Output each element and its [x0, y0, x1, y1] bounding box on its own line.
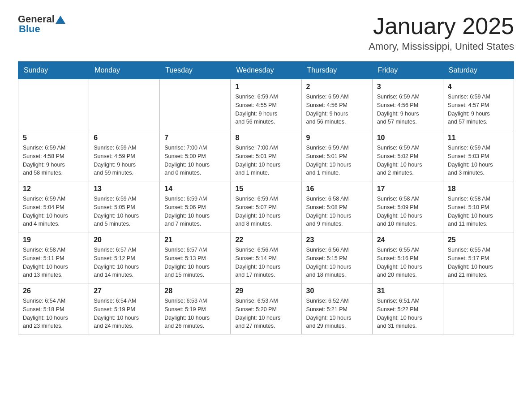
day-info: Sunrise: 6:59 AM Sunset: 4:59 PM Dayligh… [94, 144, 155, 177]
day-info: Sunrise: 6:58 AM Sunset: 5:11 PM Dayligh… [23, 246, 84, 279]
calendar-header-friday: Friday [372, 62, 443, 79]
day-info: Sunrise: 6:56 AM Sunset: 5:15 PM Dayligh… [306, 246, 368, 279]
day-number: 27 [94, 287, 155, 295]
calendar-cell: 1Sunrise: 6:59 AM Sunset: 4:55 PM Daylig… [231, 79, 301, 130]
calendar-cell: 6Sunrise: 6:59 AM Sunset: 4:59 PM Daylig… [89, 130, 160, 181]
calendar-cell: 4Sunrise: 6:59 AM Sunset: 4:57 PM Daylig… [443, 79, 514, 130]
calendar-cell [89, 79, 160, 130]
day-number: 19 [23, 236, 84, 244]
calendar-header-row: SundayMondayTuesdayWednesdayThursdayFrid… [18, 62, 514, 79]
day-number: 6 [94, 134, 155, 142]
day-number: 25 [448, 236, 509, 244]
location-subtitle: Amory, Mississippi, United States [369, 41, 514, 52]
calendar-cell [18, 79, 89, 130]
day-number: 14 [164, 185, 226, 193]
day-info: Sunrise: 6:59 AM Sunset: 5:07 PM Dayligh… [235, 195, 296, 228]
title-block: January 2025 Amory, Mississippi, United … [369, 13, 514, 52]
day-info: Sunrise: 6:59 AM Sunset: 4:56 PM Dayligh… [306, 93, 368, 126]
calendar-week-row: 19Sunrise: 6:58 AM Sunset: 5:11 PM Dayli… [18, 232, 514, 283]
calendar-table: SundayMondayTuesdayWednesdayThursdayFrid… [18, 61, 514, 334]
calendar-cell [443, 283, 514, 334]
calendar-header-sunday: Sunday [18, 62, 89, 79]
logo: General Blue [18, 13, 65, 35]
calendar-cell: 18Sunrise: 6:58 AM Sunset: 5:10 PM Dayli… [443, 181, 514, 232]
day-info: Sunrise: 6:58 AM Sunset: 5:10 PM Dayligh… [448, 195, 509, 228]
day-number: 20 [94, 236, 155, 244]
calendar-cell: 22Sunrise: 6:56 AM Sunset: 5:14 PM Dayli… [231, 232, 301, 283]
day-info: Sunrise: 6:57 AM Sunset: 5:13 PM Dayligh… [164, 246, 226, 279]
calendar-cell: 8Sunrise: 7:00 AM Sunset: 5:01 PM Daylig… [231, 130, 301, 181]
day-info: Sunrise: 6:59 AM Sunset: 5:04 PM Dayligh… [23, 195, 84, 228]
day-info: Sunrise: 6:58 AM Sunset: 5:08 PM Dayligh… [306, 195, 368, 228]
calendar-cell: 16Sunrise: 6:58 AM Sunset: 5:08 PM Dayli… [301, 181, 372, 232]
month-title: January 2025 [369, 13, 514, 39]
calendar-cell: 12Sunrise: 6:59 AM Sunset: 5:04 PM Dayli… [18, 181, 89, 232]
day-info: Sunrise: 6:55 AM Sunset: 5:17 PM Dayligh… [448, 246, 509, 279]
day-info: Sunrise: 6:59 AM Sunset: 4:55 PM Dayligh… [235, 93, 296, 126]
day-number: 1 [235, 83, 296, 91]
day-info: Sunrise: 6:51 AM Sunset: 5:22 PM Dayligh… [377, 297, 438, 330]
calendar-header-saturday: Saturday [443, 62, 514, 79]
calendar-cell: 26Sunrise: 6:54 AM Sunset: 5:18 PM Dayli… [18, 283, 89, 334]
day-info: Sunrise: 7:00 AM Sunset: 5:00 PM Dayligh… [164, 144, 226, 177]
calendar-header-tuesday: Tuesday [160, 62, 231, 79]
day-info: Sunrise: 6:59 AM Sunset: 5:05 PM Dayligh… [94, 195, 155, 228]
day-number: 26 [23, 287, 84, 295]
day-number: 23 [306, 236, 368, 244]
logo-blue-text: Blue [19, 23, 40, 35]
day-number: 5 [23, 134, 84, 142]
day-info: Sunrise: 6:58 AM Sunset: 5:09 PM Dayligh… [377, 195, 438, 228]
day-number: 15 [235, 185, 296, 193]
calendar-cell: 25Sunrise: 6:55 AM Sunset: 5:17 PM Dayli… [443, 232, 514, 283]
day-number: 11 [448, 134, 509, 142]
calendar-cell: 17Sunrise: 6:58 AM Sunset: 5:09 PM Dayli… [372, 181, 443, 232]
calendar-week-row: 26Sunrise: 6:54 AM Sunset: 5:18 PM Dayli… [18, 283, 514, 334]
calendar-week-row: 5Sunrise: 6:59 AM Sunset: 4:58 PM Daylig… [18, 130, 514, 181]
calendar-cell: 20Sunrise: 6:57 AM Sunset: 5:12 PM Dayli… [89, 232, 160, 283]
day-info: Sunrise: 6:54 AM Sunset: 5:19 PM Dayligh… [94, 297, 155, 330]
day-info: Sunrise: 6:59 AM Sunset: 5:02 PM Dayligh… [377, 144, 438, 177]
calendar-cell [160, 79, 231, 130]
calendar-cell: 23Sunrise: 6:56 AM Sunset: 5:15 PM Dayli… [301, 232, 372, 283]
calendar-cell: 21Sunrise: 6:57 AM Sunset: 5:13 PM Dayli… [160, 232, 231, 283]
day-info: Sunrise: 6:55 AM Sunset: 5:16 PM Dayligh… [377, 246, 438, 279]
day-number: 10 [377, 134, 438, 142]
day-number: 7 [164, 134, 226, 142]
day-number: 30 [306, 287, 368, 295]
calendar-cell: 10Sunrise: 6:59 AM Sunset: 5:02 PM Dayli… [372, 130, 443, 181]
day-number: 13 [94, 185, 155, 193]
calendar-cell: 19Sunrise: 6:58 AM Sunset: 5:11 PM Dayli… [18, 232, 89, 283]
calendar-cell: 27Sunrise: 6:54 AM Sunset: 5:19 PM Dayli… [89, 283, 160, 334]
day-info: Sunrise: 6:56 AM Sunset: 5:14 PM Dayligh… [235, 246, 296, 279]
day-info: Sunrise: 6:59 AM Sunset: 4:57 PM Dayligh… [448, 93, 509, 126]
day-info: Sunrise: 6:59 AM Sunset: 5:01 PM Dayligh… [306, 144, 368, 177]
calendar-cell: 7Sunrise: 7:00 AM Sunset: 5:00 PM Daylig… [160, 130, 231, 181]
day-info: Sunrise: 6:54 AM Sunset: 5:18 PM Dayligh… [23, 297, 84, 330]
day-info: Sunrise: 6:59 AM Sunset: 5:06 PM Dayligh… [164, 195, 226, 228]
day-info: Sunrise: 6:59 AM Sunset: 5:03 PM Dayligh… [448, 144, 509, 177]
day-info: Sunrise: 6:59 AM Sunset: 4:56 PM Dayligh… [377, 93, 438, 126]
day-number: 24 [377, 236, 438, 244]
calendar-cell: 9Sunrise: 6:59 AM Sunset: 5:01 PM Daylig… [301, 130, 372, 181]
day-info: Sunrise: 6:52 AM Sunset: 5:21 PM Dayligh… [306, 297, 368, 330]
calendar-cell: 5Sunrise: 6:59 AM Sunset: 4:58 PM Daylig… [18, 130, 89, 181]
day-info: Sunrise: 7:00 AM Sunset: 5:01 PM Dayligh… [235, 144, 296, 177]
calendar-cell: 15Sunrise: 6:59 AM Sunset: 5:07 PM Dayli… [231, 181, 301, 232]
calendar-cell: 29Sunrise: 6:53 AM Sunset: 5:20 PM Dayli… [231, 283, 301, 334]
page-header: General Blue January 2025 Amory, Mississ… [18, 13, 514, 52]
day-info: Sunrise: 6:57 AM Sunset: 5:12 PM Dayligh… [94, 246, 155, 279]
day-number: 31 [377, 287, 438, 295]
calendar-cell: 24Sunrise: 6:55 AM Sunset: 5:16 PM Dayli… [372, 232, 443, 283]
day-number: 29 [235, 287, 296, 295]
calendar-cell: 3Sunrise: 6:59 AM Sunset: 4:56 PM Daylig… [372, 79, 443, 130]
calendar-header-monday: Monday [89, 62, 160, 79]
logo-triangle-icon [56, 15, 65, 25]
day-number: 2 [306, 83, 368, 91]
calendar-cell: 14Sunrise: 6:59 AM Sunset: 5:06 PM Dayli… [160, 181, 231, 232]
day-number: 22 [235, 236, 296, 244]
day-number: 12 [23, 185, 84, 193]
calendar-cell: 11Sunrise: 6:59 AM Sunset: 5:03 PM Dayli… [443, 130, 514, 181]
calendar-cell: 13Sunrise: 6:59 AM Sunset: 5:05 PM Dayli… [89, 181, 160, 232]
svg-marker-0 [56, 16, 65, 24]
day-number: 9 [306, 134, 368, 142]
